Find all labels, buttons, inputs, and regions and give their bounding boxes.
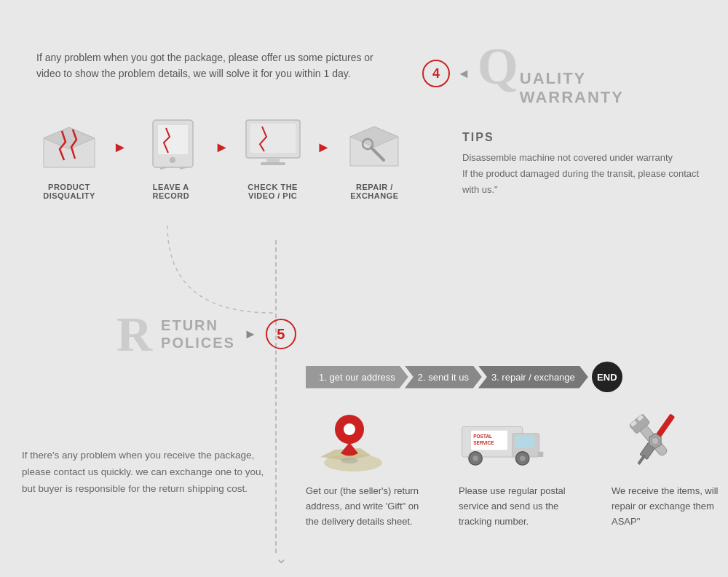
tools-text: We receive the items, will repair or exc… [612,484,728,529]
svg-point-23 [472,455,478,461]
svg-point-17 [344,423,355,435]
section4-arrow: ◄ [457,66,470,81]
quality-text-line1: UALITY [520,69,624,88]
vertical-divider [275,240,277,553]
return-arrow-icon: ► [244,327,257,342]
section5-number: 5 [266,319,296,349]
svg-point-18 [341,458,358,463]
bottom-item-address: Get our (the seller's) return address, a… [306,404,430,529]
svg-point-4 [170,157,175,163]
tips-box: TIPS Disassemble machine not covered und… [462,131,703,198]
location-icon [306,404,393,477]
svg-text:SERVICE: SERVICE [473,440,494,445]
return-r-letter: R [116,309,152,359]
return-text-line1: ETURN [161,317,235,334]
left-bottom-description: If there's any problem when you receive … [22,447,269,498]
arrow-3: ► [317,139,331,156]
postal-text: Please use regular postal service and se… [459,484,582,529]
step-check-video: CHECK THEVIDEO / PIC [229,113,317,200]
step-label-1: PRODUCTDISQUALITY [43,183,95,200]
step-end-circle: END [592,362,622,392]
process-steps: PRODUCTDISQUALITY ► LEAVE ARECORD ► [25,113,418,200]
return-text-line2: POLICES [161,334,235,351]
steps-bar: 1. get our address 2. send it us 3. repa… [306,362,622,392]
step-leave-record: LEAVE ARECORD [127,113,215,200]
return-text-block: ETURN POLICES [161,317,235,351]
step-label-3: CHECK THEVIDEO / PIC [248,183,298,200]
bottom-item-tools: We receive the items, will repair or exc… [612,404,728,529]
product-disquality-icon [33,113,106,178]
section5-header: R ETURN POLICES ► 5 [116,309,296,359]
tips-title: TIPS [462,131,703,144]
postal-truck-icon: POSTAL SERVICE [459,404,546,477]
svg-rect-9 [266,158,280,162]
svg-rect-8 [250,124,296,153]
quality-title: Q UALITY WARRANTY [478,40,624,108]
svg-point-38 [652,437,659,445]
svg-rect-29 [538,452,543,457]
bottom-item-postal: POSTAL SERVICE Please use regular postal… [459,404,582,529]
svg-rect-3 [158,125,188,154]
check-video-icon [237,113,309,178]
section4-header: 4 ◄ Q UALITY WARRANTY [422,40,624,108]
address-text: Get our (the seller's) return address, a… [306,484,430,529]
svg-point-25 [520,455,525,461]
problem-description: If any problem when you got the package,… [36,49,400,82]
quality-text-line2: WARRANTY [520,88,624,107]
section4-number: 4 [422,60,450,87]
step-repair-exchange: REPAIR /EXCHANGE [331,113,418,200]
step-bar-3: 3. repair / exchange [478,366,588,389]
bottom-arrow: ⌄ [275,549,288,567]
svg-text:POSTAL: POSTAL [473,434,492,439]
step-label-4: REPAIR /EXCHANGE [350,183,398,200]
step-bar-2: 2. send it us [405,366,482,389]
svg-rect-10 [261,162,285,165]
arrow-1: ► [113,139,127,156]
bottom-icons-row: Get our (the seller's) return address, a… [306,404,728,529]
leave-record-icon [135,113,207,178]
arrow-2: ► [215,139,229,156]
step-product-disquality: PRODUCTDISQUALITY [25,113,113,200]
tips-text: Disassemble machine not covered under wa… [462,150,703,198]
step-label-2: LEAVE ARECORD [152,183,189,200]
tools-icon [612,404,699,477]
svg-rect-21 [515,436,534,448]
quality-q-letter: Q [478,40,518,92]
step-bar-1: 1. get our address [306,366,408,389]
repair-exchange-icon [338,113,411,178]
